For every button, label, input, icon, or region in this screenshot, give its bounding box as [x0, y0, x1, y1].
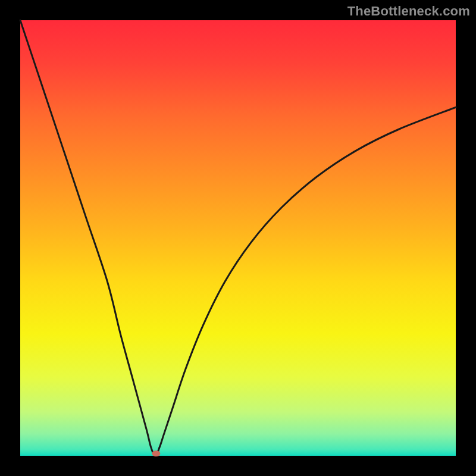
chart-frame: TheBottleneck.com — [0, 0, 476, 476]
watermark-text: TheBottleneck.com — [347, 4, 470, 19]
optimal-point-marker — [152, 450, 160, 456]
bottleneck-chart — [0, 0, 476, 476]
plot-background — [20, 20, 456, 456]
